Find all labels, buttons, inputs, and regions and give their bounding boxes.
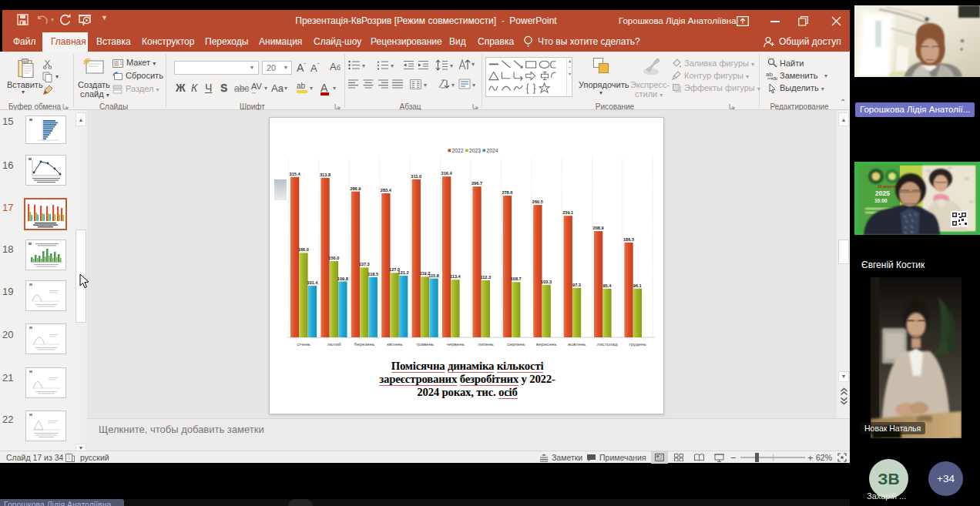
- svg-text:137.3: 137.3: [359, 262, 370, 266]
- svg-text:316.4: 316.4: [441, 171, 453, 176]
- svg-text:серпень: серпень: [507, 341, 525, 347]
- svg-text:97.3: 97.3: [572, 283, 581, 287]
- svg-text:112.3: 112.3: [480, 275, 491, 280]
- svg-text:10:00: 10:00: [874, 198, 888, 203]
- svg-text:95.4: 95.4: [602, 283, 612, 288]
- svg-text:150.0: 150.0: [328, 256, 339, 260]
- svg-text:січень: січень: [297, 341, 310, 347]
- svg-text:2022: 2022: [452, 148, 464, 153]
- svg-text:червень: червень: [446, 341, 464, 347]
- svg-text:239.1: 239.1: [562, 210, 573, 215]
- svg-text:жовтень: жовтень: [568, 341, 586, 347]
- svg-text:101.4: 101.4: [307, 280, 318, 285]
- svg-text:108.7: 108.7: [511, 276, 522, 281]
- svg-text:квітень: квітень: [387, 341, 402, 347]
- svg-text:121.2: 121.2: [398, 270, 409, 275]
- svg-text:96.1: 96.1: [633, 283, 642, 288]
- svg-text:грудень: грудень: [629, 341, 646, 347]
- svg-text:вересень: вересень: [536, 341, 557, 347]
- svg-text:208.9: 208.9: [593, 226, 604, 230]
- svg-text:113.4: 113.4: [450, 274, 461, 279]
- svg-text:ac: ac: [773, 75, 777, 80]
- svg-text:313.8: 313.8: [320, 173, 331, 177]
- svg-text:283.4: 283.4: [381, 188, 392, 193]
- svg-text:260.5: 260.5: [532, 199, 543, 204]
- svg-text:166.0: 166.0: [298, 247, 309, 252]
- svg-text:липень: липень: [478, 341, 494, 347]
- svg-text:103.3: 103.3: [541, 280, 552, 284]
- svg-text:186.5: 186.5: [623, 237, 634, 242]
- svg-text:118.5: 118.5: [368, 272, 378, 276]
- svg-text:115.8: 115.8: [428, 273, 439, 278]
- svg-text:лютий: лютий: [327, 341, 341, 347]
- svg-text:286.9: 286.9: [350, 186, 361, 191]
- svg-text:278.6: 278.6: [502, 190, 512, 195]
- svg-text:листопад: листопад: [597, 341, 618, 347]
- svg-text:109.8: 109.8: [337, 276, 348, 281]
- svg-text:травень: травень: [416, 341, 434, 347]
- svg-text:2025: 2025: [875, 189, 890, 197]
- svg-text:2023: 2023: [469, 148, 481, 153]
- svg-text:315.4: 315.4: [290, 172, 301, 176]
- svg-text:2024: 2024: [487, 148, 498, 153]
- svg-text:березень: березень: [354, 341, 375, 347]
- svg-text:311.0: 311.0: [411, 174, 421, 179]
- svg-text:296.7: 296.7: [472, 181, 482, 186]
